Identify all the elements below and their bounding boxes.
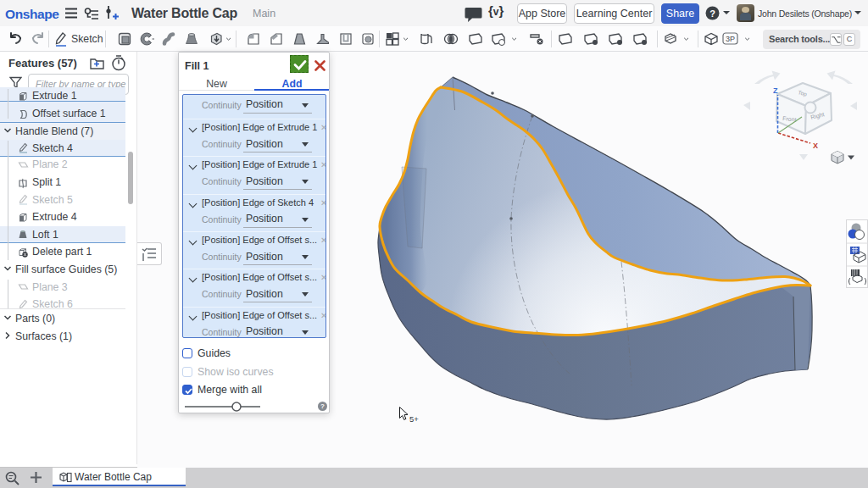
svg-text:?: ?	[709, 8, 715, 19]
svg-text:?: ?	[320, 402, 325, 410]
svg-text:Z: Z	[773, 86, 778, 95]
svg-text:5+: 5+	[409, 414, 419, 424]
svg-text:3P: 3P	[726, 35, 735, 43]
svg-text:X: X	[813, 141, 818, 150]
